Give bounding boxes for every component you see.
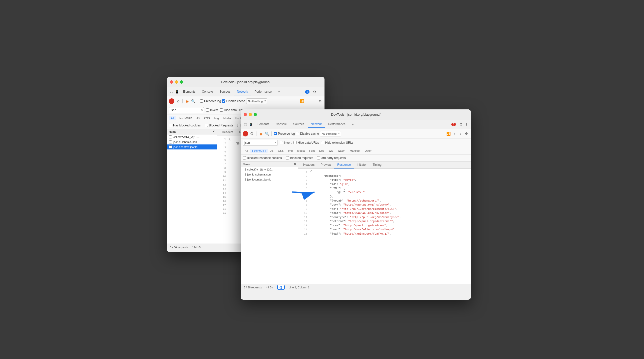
file-item-1-front[interactable]: collect?v=1&_v=j10...: [241, 167, 298, 172]
filter-all-back[interactable]: All: [169, 116, 176, 120]
tab-more-back[interactable]: »: [275, 88, 283, 95]
filter-media-back[interactable]: Media: [221, 116, 233, 120]
throttling-select-back[interactable]: No throttling: [246, 98, 267, 104]
preserve-log-label-front[interactable]: Preserve log: [274, 132, 295, 135]
minimize-button-back[interactable]: [175, 80, 178, 84]
search-icon-back[interactable]: 🔍: [191, 99, 196, 104]
filter-css-back[interactable]: CSS: [202, 116, 212, 120]
cursor-icon-front[interactable]: ⬚: [243, 122, 248, 127]
settings2-icon-front[interactable]: ⚙: [464, 131, 469, 136]
settings2-icon-back[interactable]: ⚙: [317, 99, 323, 104]
file-checkbox-1-back[interactable]: [169, 135, 172, 138]
filter-doc-front[interactable]: Doc: [317, 149, 326, 153]
filter-manifest-front[interactable]: Manifest: [348, 149, 362, 153]
tab-network-front[interactable]: Network: [308, 121, 325, 128]
preserve-log-checkbox-back[interactable]: [200, 99, 203, 103]
filter-img-front[interactable]: Img: [286, 149, 295, 153]
file-item-2-front[interactable]: jsonld-schema.json: [241, 172, 298, 177]
settings-icon-back[interactable]: ⚙: [312, 89, 317, 94]
hide-data-urls-checkbox-front[interactable]: [293, 141, 297, 144]
upload-icon-front[interactable]: ↑: [452, 131, 457, 136]
tab-sources-back[interactable]: Sources: [216, 88, 233, 95]
search-input-back[interactable]: [169, 107, 204, 113]
search-clear-front[interactable]: ✕: [274, 141, 277, 144]
stop-icon-back[interactable]: ⊘: [175, 99, 180, 104]
filter-fetch-xhr-front[interactable]: Fetch/XHR: [250, 149, 268, 153]
detail-tab-headers-back[interactable]: Headers: [219, 129, 236, 136]
hide-data-urls-label-front[interactable]: Hide data URLs: [293, 141, 319, 144]
search-icon-front[interactable]: 🔍: [264, 131, 269, 136]
invert-label-front[interactable]: Invert: [280, 141, 291, 144]
more-icon-front[interactable]: ⋮: [464, 122, 469, 127]
third-party-checkbox-back[interactable]: [237, 124, 240, 127]
record-button-back[interactable]: [169, 98, 174, 104]
tab-elements-front[interactable]: Elements: [254, 121, 272, 128]
detail-tab-preview-front[interactable]: Preview: [317, 161, 334, 168]
more-icon-back[interactable]: ⋮: [317, 89, 323, 94]
blocked-cookies-label-back[interactable]: Has blocked cookies: [169, 124, 201, 127]
filter-font-front[interactable]: Font: [307, 149, 317, 153]
blocked-cookies-checkbox-front[interactable]: [243, 156, 246, 159]
close-button-front[interactable]: [244, 113, 247, 116]
detail-tab-response-front[interactable]: Response: [334, 161, 354, 168]
download-icon-back[interactable]: ↓: [311, 99, 316, 104]
maximize-button-back[interactable]: [180, 80, 183, 84]
invert-label-back[interactable]: Invert: [206, 108, 218, 112]
pretty-print-button-front[interactable]: {}: [277, 285, 285, 290]
tab-more-front[interactable]: »: [349, 121, 357, 128]
hide-ext-urls-label-front[interactable]: Hide extension URLs: [321, 141, 354, 144]
disable-cache-checkbox-front[interactable]: [296, 132, 299, 135]
tab-sources-front[interactable]: Sources: [290, 121, 307, 128]
file-checkbox-2-back[interactable]: [169, 140, 172, 143]
close-panel-icon-front[interactable]: ✕: [294, 162, 296, 166]
close-panel-icon-back[interactable]: ✕: [212, 130, 215, 133]
disable-cache-label-back[interactable]: Disable cache: [222, 99, 245, 103]
blocked-requests-checkbox-front[interactable]: [286, 156, 289, 159]
throttling-select-front[interactable]: No throttling: [320, 131, 341, 136]
minimize-button-front[interactable]: [249, 113, 252, 116]
tab-network-back[interactable]: Network: [234, 88, 251, 95]
blocked-cookies-label-front[interactable]: Blocked response cookies: [243, 156, 282, 160]
third-party-label-front[interactable]: 3rd-party requests: [317, 156, 346, 160]
invert-checkbox-front[interactable]: [280, 141, 283, 144]
close-button-back[interactable]: [170, 80, 173, 84]
disable-cache-label-front[interactable]: Disable cache: [296, 132, 319, 135]
stop-icon-front[interactable]: ⊘: [249, 131, 254, 136]
file-checkbox-1-front[interactable]: [243, 168, 246, 171]
wifi-icon-back[interactable]: 📶: [299, 99, 304, 104]
detail-tab-timing-front[interactable]: Timing: [370, 161, 385, 168]
file-checkbox-2-front[interactable]: [243, 173, 246, 176]
filter-wasm-front[interactable]: Wasm: [336, 149, 347, 153]
filter-other-front[interactable]: Other: [363, 149, 374, 153]
hide-ext-urls-checkbox-front[interactable]: [321, 141, 324, 144]
filter-img-back[interactable]: Img: [212, 116, 221, 120]
blocked-requests-label-back[interactable]: Blocked Requests: [205, 124, 233, 127]
detail-tab-initiator-front[interactable]: Initiator: [354, 161, 370, 168]
third-party-checkbox-front[interactable]: [317, 156, 320, 159]
file-checkbox-3-back[interactable]: [169, 145, 172, 148]
maximize-button-front[interactable]: [254, 113, 257, 116]
tab-console-front[interactable]: Console: [273, 121, 290, 128]
tab-performance-front[interactable]: Performance: [325, 121, 349, 128]
disable-cache-checkbox-back[interactable]: [222, 99, 225, 103]
filter-icon-back[interactable]: ◉: [185, 99, 190, 104]
file-item-3-back[interactable]: jsonldcontext.jsonld: [167, 144, 217, 149]
blocked-requests-checkbox-back[interactable]: [205, 124, 208, 127]
filter-js-front[interactable]: JS: [268, 149, 275, 153]
record-button-front[interactable]: [243, 131, 248, 136]
filter-css-front[interactable]: CSS: [276, 149, 286, 153]
filter-js-back[interactable]: JS: [194, 116, 202, 120]
filter-icon-front[interactable]: ◉: [258, 131, 263, 136]
search-input-front[interactable]: [243, 140, 278, 146]
filter-fetch-xhr-back[interactable]: Fetch/XHR: [176, 116, 194, 120]
invert-checkbox-back[interactable]: [206, 108, 209, 112]
preserve-log-checkbox-front[interactable]: [274, 132, 277, 135]
tab-performance-back[interactable]: Performance: [251, 88, 275, 95]
blocked-requests-label-front[interactable]: Blocked requests: [286, 156, 313, 160]
upload-icon-back[interactable]: ↑: [305, 99, 310, 104]
filter-media-front[interactable]: Media: [295, 149, 307, 153]
filter-all-front[interactable]: All: [243, 149, 250, 153]
detail-tab-headers-front[interactable]: Headers: [300, 161, 317, 168]
file-item-1-back[interactable]: collect?v=1&_v=j10...: [167, 134, 217, 139]
tab-console-back[interactable]: Console: [199, 88, 216, 95]
